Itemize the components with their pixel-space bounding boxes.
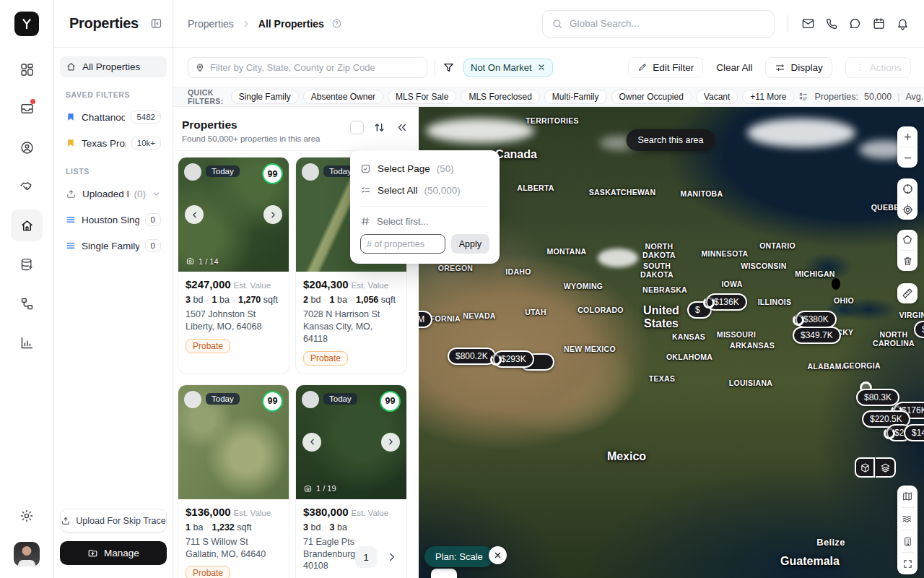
rail-settings-button[interactable] [11,500,43,532]
upload-skip-trace-button[interactable]: Upload For Skip Trace [60,509,167,532]
list-lines-icon [66,215,76,225]
apply-button[interactable]: Apply [451,234,489,254]
card-owner-avatar[interactable] [184,391,201,408]
quick-filter-chip[interactable]: Vacant [696,90,738,104]
manage-button[interactable]: Manage [60,541,167,565]
map-price-marker[interactable]: $80.3K [856,389,899,406]
property-card[interactable]: Today 99 1 / 14 $247,000Est. Value 3 bd·… [178,157,289,374]
rail-dashboard-button[interactable] [11,53,43,85]
carousel-next-button[interactable] [381,433,400,452]
page-1-button[interactable]: 1 [355,546,377,568]
collapse-list-icon[interactable] [395,121,409,134]
quick-filter-chip[interactable]: MLS Foreclosed [461,90,539,104]
properties-count-label: Properties: [814,92,858,102]
zoom-in-button[interactable] [897,126,918,147]
uploaded-files-item[interactable]: Uploaded Fi... (0) [60,183,167,204]
draw-polygon-button[interactable] [897,230,918,250]
location-filter-input[interactable]: Filter by City, State, County or Zip Cod… [188,57,427,78]
active-filter-chip[interactable]: Not On Market [463,59,553,77]
user-avatar[interactable] [14,542,40,566]
my-location-button[interactable] [897,199,918,220]
card-specs: 1 ba·1,232 sqft [186,522,282,532]
rail-automation-button[interactable] [11,288,43,319]
card-owner-avatar[interactable] [184,163,201,181]
map-layers-button[interactable] [876,457,896,478]
breadcrumb-parent[interactable]: Properties [188,18,234,30]
chat-button[interactable] [848,17,862,30]
map-place-label: GEORGIA [843,361,881,370]
map-price-marker[interactable]: $800.2K [448,348,496,365]
rail-contacts-button[interactable] [11,131,43,163]
calendar-button[interactable] [872,17,886,30]
card-owner-avatar[interactable] [302,163,319,181]
quick-filter-chip[interactable]: Multi-Family [544,90,607,104]
map-price-marker[interactable]: $293K [493,350,534,368]
global-search[interactable] [542,10,775,38]
actions-button[interactable]: Actions [845,57,911,78]
remove-filter-icon[interactable] [537,63,546,72]
global-search-input[interactable] [570,18,765,29]
edit-filter-button[interactable]: Edit Filter [628,57,703,78]
map-price-marker[interactable] [832,278,840,290]
select-first-label-row: Select first... [360,212,489,230]
saved-filter-item[interactable]: Texas Prop... 10k+ [60,132,167,154]
list-check-icon [360,185,371,196]
map-price-marker[interactable]: $349.7K [793,327,841,344]
help-icon[interactable] [331,18,342,29]
chevron-left-icon [190,210,199,220]
carousel-prev-button[interactable] [302,433,321,452]
map-price-marker[interactable]: $1.9M [419,311,432,328]
rail-analytics-button[interactable] [11,327,43,358]
map-price-marker[interactable]: $1.1M [914,321,924,338]
saved-filter-item[interactable]: Chattanoo... 5482 [60,106,167,128]
phone-button[interactable] [825,17,838,30]
list-item[interactable]: Houston Singl... 0 [60,209,167,230]
funnel-icon[interactable] [443,61,455,74]
zoom-out-button[interactable] [897,147,918,168]
mail-button[interactable] [801,17,815,30]
display-button[interactable]: Display [765,57,832,78]
loading-spinner-icon [490,354,502,366]
property-card[interactable]: Today 99 $136,000Est. Value 1 ba·1,232 s… [178,384,289,578]
rail-deals-button[interactable] [11,171,43,202]
clear-all-button[interactable]: Clear All [716,62,752,73]
map-3d-button[interactable] [855,457,875,478]
delete-shape-button[interactable] [897,251,918,271]
collapse-panel-icon[interactable] [150,17,162,30]
flood-layer-button[interactable] [897,508,918,530]
dismiss-plan-button[interactable] [489,546,507,564]
rail-inbox-button[interactable] [11,92,43,124]
next-page-button[interactable] [385,551,398,564]
notifications-button[interactable] [896,17,910,30]
rail-data-button[interactable] [11,249,43,280]
carousel-prev-button[interactable] [185,205,204,224]
card-owner-avatar[interactable] [302,391,319,408]
quick-filter-chip[interactable]: Single Family [231,90,299,104]
quick-filter-chip[interactable]: Absentee Owner [303,90,383,104]
sort-icon[interactable] [372,121,386,134]
buildings-layer-button[interactable] [897,530,918,552]
select-page-option[interactable]: Select Page (50) [360,158,489,179]
card-today-badge: Today [323,393,357,405]
map-price-marker[interactable]: $141K [904,424,924,441]
sidebar-item-all-properties[interactable]: All Properties [60,56,167,77]
select-all-option[interactable]: Select All (50,000) [360,179,489,201]
quick-filter-chip[interactable]: Owner Occupied [611,90,692,104]
select-count-input[interactable] [360,234,445,254]
map-price-marker[interactable]: $136K [706,293,747,311]
rail-properties-button[interactable] [11,210,43,241]
app-logo[interactable] [14,12,39,36]
map-view-button[interactable] [897,486,918,507]
map-price-marker[interactable]: $380K [796,311,837,328]
list-stats-icon [798,92,808,102]
carousel-next-button[interactable] [263,205,282,224]
fullscreen-button[interactable] [897,553,918,574]
select-all-checkbox[interactable] [350,121,364,134]
search-this-area-button[interactable]: Search this area [626,129,715,151]
quick-filter-chip[interactable]: MLS For Sale [388,90,456,104]
quick-filter-chip[interactable]: +11 More [742,90,794,104]
compass-button[interactable] [897,178,918,199]
list-item[interactable]: Single Family ... 0 [60,235,167,256]
chevron-down-icon[interactable] [152,189,161,199]
measure-ruler-button[interactable] [897,283,918,303]
